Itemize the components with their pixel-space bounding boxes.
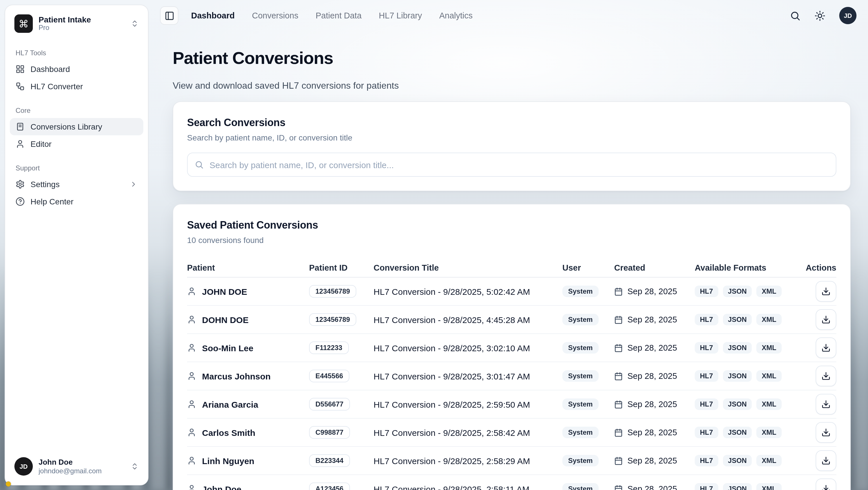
calendar-icon xyxy=(614,343,623,352)
calendar-icon xyxy=(614,428,623,437)
tab-hl7-library[interactable]: HL7 Library xyxy=(379,11,422,20)
workspace-logo-icon xyxy=(14,14,33,33)
table-row: John Doe A123456 HL7 Conversion - 9/28/2… xyxy=(187,475,836,490)
created-date: Sep 28, 2025 xyxy=(627,371,677,380)
user-badge: System xyxy=(562,285,598,297)
tab-conversions[interactable]: Conversions xyxy=(252,11,299,20)
user-icon xyxy=(187,343,196,353)
sidebar-item-dashboard[interactable]: Dashboard xyxy=(10,60,143,78)
section-label-support: Support xyxy=(10,161,143,176)
user-icon xyxy=(187,456,196,465)
top-navigation: Dashboard Conversions Patient Data HL7 L… xyxy=(149,0,868,31)
tab-analytics[interactable]: Analytics xyxy=(439,11,472,20)
col-patient-id: Patient ID xyxy=(309,263,374,272)
download-button[interactable] xyxy=(816,309,836,330)
help-icon xyxy=(16,197,25,206)
download-button[interactable] xyxy=(816,422,836,443)
results-count: 10 conversions found xyxy=(187,236,836,245)
patient-name: Soo-Min Lee xyxy=(202,343,253,353)
sun-icon xyxy=(814,10,826,21)
conversions-table: Patient Patient ID Conversion Title User… xyxy=(187,258,836,490)
calendar-icon xyxy=(614,456,623,465)
conversion-title: HL7 Conversion - 9/28/2025, 5:02:42 AM xyxy=(374,286,562,296)
format-badge: JSON xyxy=(723,314,752,325)
table-row: Linh Nguyen B223344 HL7 Conversion - 9/2… xyxy=(187,447,836,475)
sidebar-toggle-button[interactable] xyxy=(160,6,179,25)
sidebar-item-conversions-library[interactable]: Conversions Library xyxy=(10,118,143,135)
table-row: DOHN DOE 123456789 HL7 Conversion - 9/28… xyxy=(187,306,836,334)
download-button[interactable] xyxy=(816,394,836,415)
format-badge: XML xyxy=(756,370,782,382)
patient-name: Linh Nguyen xyxy=(202,456,254,465)
format-badge: XML xyxy=(756,455,782,466)
search-card: Search Conversions Search by patient nam… xyxy=(173,101,851,191)
workspace-plan: Pro xyxy=(38,24,125,32)
user-badge: System xyxy=(562,314,598,325)
avatar[interactable]: JD xyxy=(839,7,857,24)
format-badge: HL7 xyxy=(695,285,718,297)
theme-toggle-button[interactable] xyxy=(814,10,826,21)
search-button[interactable] xyxy=(790,10,801,21)
search-card-subtitle: Search by patient name, ID, or conversio… xyxy=(187,133,836,142)
download-button[interactable] xyxy=(816,450,836,471)
patient-id-badge: D556677 xyxy=(309,398,350,410)
conversion-title: HL7 Conversion - 9/28/2025, 3:01:47 AM xyxy=(374,371,562,381)
format-badge: JSON xyxy=(723,427,752,438)
grid-icon xyxy=(16,64,25,74)
sidebar-item-hl7-converter[interactable]: HL7 Converter xyxy=(10,78,143,95)
search-icon xyxy=(790,10,801,21)
sidebar-item-label: Dashboard xyxy=(31,64,70,74)
tab-patient-data[interactable]: Patient Data xyxy=(316,11,362,20)
user-badge: System xyxy=(562,342,598,354)
chevron-right-icon xyxy=(129,180,137,188)
sidebar-item-editor[interactable]: Editor xyxy=(10,135,143,153)
download-icon xyxy=(822,484,831,490)
created-date: Sep 28, 2025 xyxy=(627,287,677,296)
format-badge: HL7 xyxy=(695,427,718,438)
patient-id-badge: E445566 xyxy=(309,370,349,382)
download-button[interactable] xyxy=(816,366,836,386)
user-icon xyxy=(187,315,196,324)
download-button[interactable] xyxy=(816,281,836,302)
format-badge: XML xyxy=(756,483,782,490)
download-button[interactable] xyxy=(816,479,836,490)
section-label-hl7-tools: HL7 Tools xyxy=(10,45,143,60)
sidebar-item-help-center[interactable]: Help Center xyxy=(10,193,143,210)
col-available-formats: Available Formats xyxy=(695,263,804,272)
col-actions: Actions xyxy=(806,263,836,272)
sidebar-item-label: Help Center xyxy=(31,197,73,206)
download-icon xyxy=(822,287,831,296)
user-icon xyxy=(187,400,196,409)
search-input[interactable] xyxy=(187,153,836,177)
table-row: Carlos Smith C998877 HL7 Conversion - 9/… xyxy=(187,419,836,447)
download-icon xyxy=(822,456,831,465)
conversion-title: HL7 Conversion - 9/28/2025, 2:58:29 AM xyxy=(374,456,562,465)
format-badge: JSON xyxy=(723,342,752,354)
panel-left-icon xyxy=(164,11,174,21)
workspace-switcher[interactable]: Patient Intake Pro xyxy=(10,10,143,37)
download-icon xyxy=(822,343,831,353)
workflow-icon xyxy=(16,82,25,91)
download-icon xyxy=(822,428,831,437)
gear-icon xyxy=(16,180,25,189)
format-badge: JSON xyxy=(723,398,752,410)
sidebar: Patient Intake Pro HL7 Tools Dashboard H… xyxy=(5,5,149,485)
table-header: Patient Patient ID Conversion Title User… xyxy=(187,258,836,278)
user-badge: System xyxy=(562,427,598,438)
nav-right-cluster: JD xyxy=(790,7,857,24)
page-subtitle: View and download saved HL7 conversions … xyxy=(173,81,851,91)
sidebar-item-settings[interactable]: Settings xyxy=(10,176,143,193)
user-icon xyxy=(187,371,196,380)
tab-dashboard[interactable]: Dashboard xyxy=(191,11,235,20)
dev-indicator-dot[interactable] xyxy=(6,481,11,487)
download-icon xyxy=(822,315,831,324)
patient-id-badge: A123456 xyxy=(309,483,350,490)
format-badge: XML xyxy=(756,398,782,410)
table-row: JOHN DOE 123456789 HL7 Conversion - 9/28… xyxy=(187,278,836,306)
sidebar-item-label: Settings xyxy=(31,180,60,189)
page-title: Patient Conversions xyxy=(173,47,851,69)
user-icon xyxy=(187,484,196,490)
user-menu[interactable]: JD John Doe johndoe@gmail.com xyxy=(10,453,143,480)
user-badge: System xyxy=(562,398,598,410)
download-button[interactable] xyxy=(816,337,836,358)
